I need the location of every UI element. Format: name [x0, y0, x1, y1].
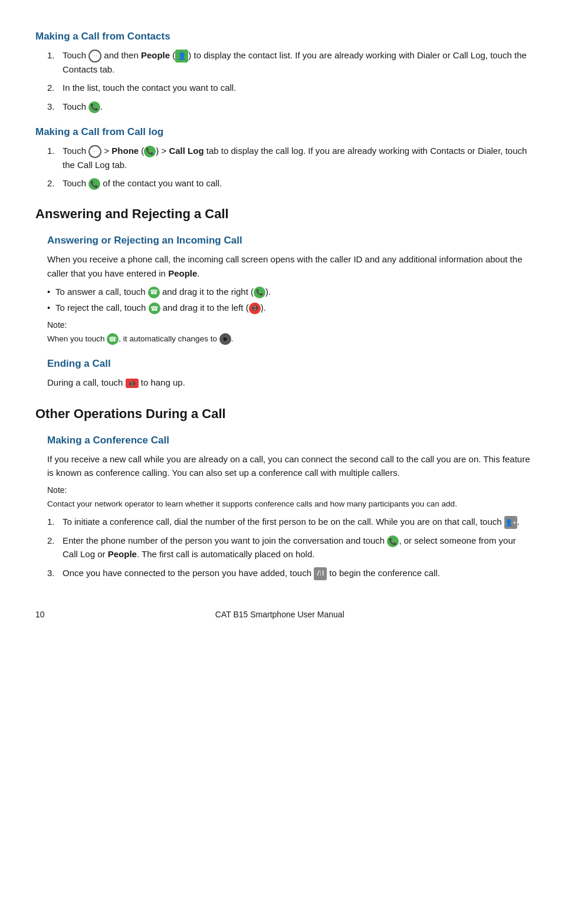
conference-para: If you receive a new call while you are …	[47, 452, 533, 480]
sub-title-incoming: Answering or Rejecting an Incoming Call	[47, 235, 533, 246]
note-label-conference: Note:	[47, 484, 533, 497]
contacts-step-1: 1. Touch ··· and then People (👤) to disp…	[47, 48, 533, 76]
manual-title: CAT B15 Smartphone User Manual	[215, 610, 344, 619]
phone-icon: 📞	[144, 146, 156, 157]
calllog-step-1: 1. Touch ··· > Phone (📞) > Call Log tab …	[47, 144, 533, 172]
answer-result-icon: 📞	[254, 287, 265, 298]
contacts-steps: 1. Touch ··· and then People (👤) to disp…	[47, 48, 533, 113]
menu-icon-2: ···	[88, 145, 101, 158]
contacts-step-2: 2. In the list, touch the contact you wa…	[47, 81, 533, 94]
calllog-steps: 1. Touch ··· > Phone (📞) > Call Log tab …	[47, 144, 533, 190]
incoming-para: When you receive a phone call, the incom…	[47, 252, 533, 280]
section-making-call-log: Making a Call from Call log 1. Touch ···…	[35, 126, 533, 190]
reject-drag-icon: ☎	[149, 302, 160, 314]
bullet-reject: To reject the call, touch ☎ and drag it …	[47, 301, 533, 314]
section-title-other: Other Operations During a Call	[35, 406, 533, 422]
conference-step-1: 1. To initiate a conference call, dial t…	[47, 515, 533, 529]
bullet-answer: To answer a call, touch ☎ and drag it to…	[47, 285, 533, 298]
call-icon-2: 📞	[88, 178, 100, 190]
conference-step-2: 2. Enter the phone number of the person …	[47, 534, 533, 561]
end-call-icon: 📵	[126, 379, 139, 388]
section-other-operations: Other Operations During a Call Making a …	[35, 406, 533, 580]
section-answering-rejecting: Answering and Rejecting a Call Answering…	[35, 206, 533, 389]
call-icon: 📞	[88, 101, 100, 113]
sub-section-incoming: Answering or Rejecting an Incoming Call …	[47, 235, 533, 345]
contacts-step-3: 3. Touch 📞.	[47, 100, 533, 113]
page-footer: 10 CAT B15 Smartphone User Manual	[35, 604, 533, 619]
ending-para: During a call, touch 📵 to hang up.	[47, 376, 533, 389]
sub-section-ending: Ending a Call During a call, touch 📵 to …	[47, 358, 533, 389]
note-change-icon: ●	[219, 333, 231, 345]
menu-icon: ···	[88, 50, 101, 63]
page-number: 10	[35, 610, 45, 619]
merge-icon: ⛙	[314, 567, 327, 580]
incoming-bullet-list: To answer a call, touch ☎ and drag it to…	[47, 285, 533, 315]
call-icon-conf: 📞	[387, 535, 399, 547]
reject-result-icon: 📵	[249, 302, 261, 314]
calllog-step-2: 2. Touch 📞 of the contact you want to ca…	[47, 176, 533, 190]
note-label-incoming: Note:	[47, 319, 533, 332]
sub-title-ending: Ending a Call	[47, 358, 533, 370]
section-title-answering: Answering and Rejecting a Call	[35, 206, 533, 222]
sub-title-conference: Making a Conference Call	[47, 435, 533, 446]
section-making-call-contacts: Making a Call from Contacts 1. Touch ···…	[35, 31, 533, 113]
section-title-calllog: Making a Call from Call log	[35, 126, 533, 138]
section-title-contacts: Making a Call from Contacts	[35, 31, 533, 42]
note-text-conference: Contact your network operator to learn w…	[47, 498, 533, 510]
page-content: Making a Call from Contacts 1. Touch ···…	[35, 31, 533, 619]
note-touch-icon: ☎	[107, 333, 119, 345]
add-person-icon: 👤+	[504, 516, 517, 529]
sub-section-conference: Making a Conference Call If you receive …	[47, 435, 533, 580]
people-icon: 👤	[175, 50, 188, 63]
note-text-incoming: When you touch ☎, it automatically chang…	[47, 333, 533, 345]
answer-drag-icon: ☎	[148, 287, 160, 298]
conference-step-3: 3. Once you have connected to the person…	[47, 566, 533, 580]
